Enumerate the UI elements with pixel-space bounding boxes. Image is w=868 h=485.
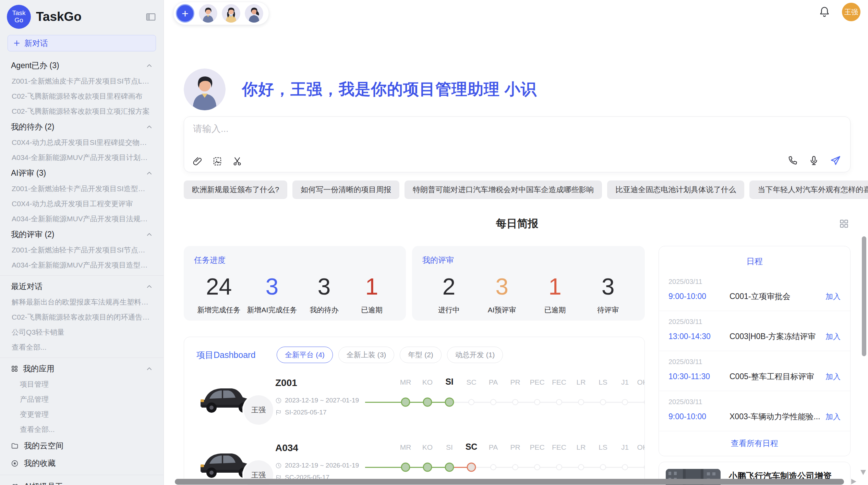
- event-row: 10:30-11:30C005-整车工程目标评审加入: [668, 371, 841, 382]
- agent-avatar-1[interactable]: [199, 4, 217, 23]
- milestone-dot[interactable]: [600, 399, 606, 405]
- milestone-dot[interactable]: [512, 399, 518, 405]
- agent-team-pill: +: [173, 2, 269, 25]
- milestone-dot[interactable]: [445, 398, 454, 407]
- event-join-link[interactable]: 加入: [825, 412, 841, 422]
- sidebar-collapse-icon[interactable]: [146, 12, 156, 22]
- milestone-dot[interactable]: [468, 399, 474, 405]
- composer-left-tools: [192, 156, 242, 166]
- section-title-wrap: Agent已办 (3): [11, 60, 59, 71]
- milestone-label: OKTB: [636, 443, 645, 451]
- suggestion-chip[interactable]: 特朗普可能对进口汽车增税会对中国车企造成哪些影响: [405, 181, 602, 199]
- project-date-range: 2023-12-19 ~ 2027-01-19: [285, 397, 359, 404]
- filter-chip[interactable]: 全新平台 (4): [277, 347, 333, 363]
- suggestion-chip[interactable]: 比亚迪全固态电池计划具体说了什么: [607, 181, 744, 199]
- sidebar-item[interactable]: C0X4-动力总成开发项目SI里程碑提交物检查: [0, 135, 164, 150]
- milestone-dot[interactable]: [644, 399, 645, 405]
- milestone-dot[interactable]: [467, 463, 476, 472]
- sidebar-item[interactable]: Z001-全新燃油皮卡产品开发项目SI节点Lesson Learn报告: [0, 74, 164, 89]
- scissors-icon[interactable]: [232, 156, 242, 166]
- milestone-dot[interactable]: [556, 399, 562, 405]
- filter-chip[interactable]: 年型 (2): [400, 347, 442, 363]
- scroll-right-arrow[interactable]: [851, 479, 856, 484]
- sidebar-item[interactable]: Z001-全新燃油轻卡产品开发项目SI节点属性5D文件评审: [0, 242, 164, 258]
- image-icon[interactable]: [212, 156, 222, 166]
- sidebar-item[interactable]: C02-飞腾新能源轻客改款项目立项汇报方案: [0, 104, 164, 119]
- event-join-link[interactable]: 加入: [825, 291, 841, 302]
- vertical-scrollbar[interactable]: [862, 236, 866, 356]
- sidebar-item[interactable]: C02-飞腾新能源轻客改款项目里程碑画布: [0, 89, 164, 104]
- scroll-down-arrow[interactable]: [860, 470, 866, 475]
- briefing-header: 每日简报: [184, 216, 851, 232]
- stat-item: 3待评审: [588, 273, 629, 315]
- sidebar-item[interactable]: 项目管理: [0, 377, 164, 392]
- event-join-link[interactable]: 加入: [825, 332, 841, 342]
- suggestion-chip[interactable]: 如何写一份清晰的项目周报: [292, 181, 399, 199]
- milestone-dot[interactable]: [644, 464, 645, 470]
- message-input[interactable]: [193, 124, 841, 134]
- sidebar-scroll-area[interactable]: Agent已办 (3)Z001-全新燃油皮卡产品开发项目SI节点Lesson L…: [0, 56, 164, 485]
- milestone-label: OKTB: [636, 378, 645, 386]
- attach-icon[interactable]: [192, 156, 203, 166]
- filter-chip[interactable]: 全新上装 (3): [338, 347, 395, 363]
- section-title: Agent已办 (3): [11, 60, 59, 71]
- milestone-label: SI: [438, 377, 460, 387]
- mic-icon[interactable]: [808, 155, 819, 166]
- new-chat-button[interactable]: 新对话: [8, 35, 156, 51]
- milestone-label: PR: [504, 378, 526, 386]
- milestone-dot[interactable]: [490, 399, 496, 405]
- milestone-dot[interactable]: [622, 399, 628, 405]
- milestone-dot[interactable]: [556, 464, 562, 470]
- milestone-label: J1: [614, 443, 636, 451]
- sidebar-link-folder[interactable]: 我的云空间: [0, 437, 164, 455]
- sidebar-item[interactable]: Z001-全新燃油轻卡产品开发项目SI造型提交物评审: [0, 181, 164, 196]
- sidebar-item[interactable]: A034-全新新能源MUV产品开发项目造型可行性评审: [0, 258, 164, 273]
- layout-grid-icon[interactable]: [839, 219, 849, 229]
- sidebar-item[interactable]: 解释最新出台的欧盟报废车法规再生塑料比例被调至15%...: [0, 295, 164, 310]
- send-icon[interactable]: [830, 155, 841, 166]
- phone-call-icon[interactable]: [787, 155, 798, 166]
- milestone-dot[interactable]: [423, 398, 432, 407]
- sidebar-item[interactable]: 查看全部...: [0, 422, 164, 437]
- milestone-dot[interactable]: [445, 463, 454, 472]
- filter-chip[interactable]: 动总开发 (1): [447, 347, 503, 363]
- milestone-dot[interactable]: [401, 463, 410, 472]
- milestone-dot[interactable]: [512, 464, 518, 470]
- agent-avatar-2[interactable]: [222, 4, 240, 23]
- milestone-dot[interactable]: [490, 464, 496, 470]
- stat-value: 3: [588, 273, 629, 300]
- sidebar-item[interactable]: 变更管理: [0, 407, 164, 422]
- sidebar-link-star[interactable]: 我的收藏: [0, 455, 164, 472]
- suggestion-chip[interactable]: 欧洲新规最近颁布了什么?: [184, 181, 287, 199]
- sidebar-item[interactable]: C0X4-动力总成开发项目工程变更评审: [0, 196, 164, 211]
- sidebar-item[interactable]: C02-飞腾新能源轻客改款项目的闭环通告反馈情况: [0, 310, 164, 325]
- suggestion-chip[interactable]: 当下年轻人对汽车外观有怎样的喜好趋势: [749, 181, 868, 199]
- milestone-dot[interactable]: [534, 464, 540, 470]
- sidebar-item[interactable]: A034-全新新能源MUV产品开发项目计划变更表编写: [0, 150, 164, 165]
- sidebar-tool-users[interactable]: AI超级员工: [0, 478, 164, 485]
- milestone-dot[interactable]: [534, 399, 540, 405]
- milestone-dot[interactable]: [578, 399, 584, 405]
- user-avatar-badge[interactable]: 王强: [842, 3, 860, 21]
- stat-value: 24: [197, 273, 241, 300]
- agent-avatar-3[interactable]: [245, 4, 263, 23]
- milestone-dot[interactable]: [600, 464, 606, 470]
- milestone-dot[interactable]: [423, 463, 432, 472]
- sidebar-item[interactable]: 查看全部...: [0, 340, 164, 355]
- event-join-link[interactable]: 加入: [825, 372, 841, 382]
- stat-value: 3: [247, 273, 297, 300]
- milestone-dot[interactable]: [401, 398, 410, 407]
- folder-icon: [11, 442, 19, 450]
- sidebar-item[interactable]: 公司Q3轻卡销量: [0, 325, 164, 340]
- milestone-label: PA: [482, 443, 504, 451]
- section-header: 我的应用: [0, 361, 164, 377]
- notification-bell-icon[interactable]: [819, 6, 830, 18]
- add-agent-button[interactable]: +: [176, 4, 194, 23]
- sidebar-item[interactable]: 产品管理: [0, 392, 164, 407]
- horizontal-scrollbar[interactable]: [175, 479, 844, 485]
- sidebar-item[interactable]: A034-全新新能源MUV产品开发项目法规符合性评审: [0, 211, 164, 226]
- milestone: PR: [504, 377, 526, 415]
- milestone-dot[interactable]: [622, 464, 628, 470]
- milestone-dot[interactable]: [578, 464, 584, 470]
- schedule-view-all-link[interactable]: 查看所有日程: [659, 431, 850, 456]
